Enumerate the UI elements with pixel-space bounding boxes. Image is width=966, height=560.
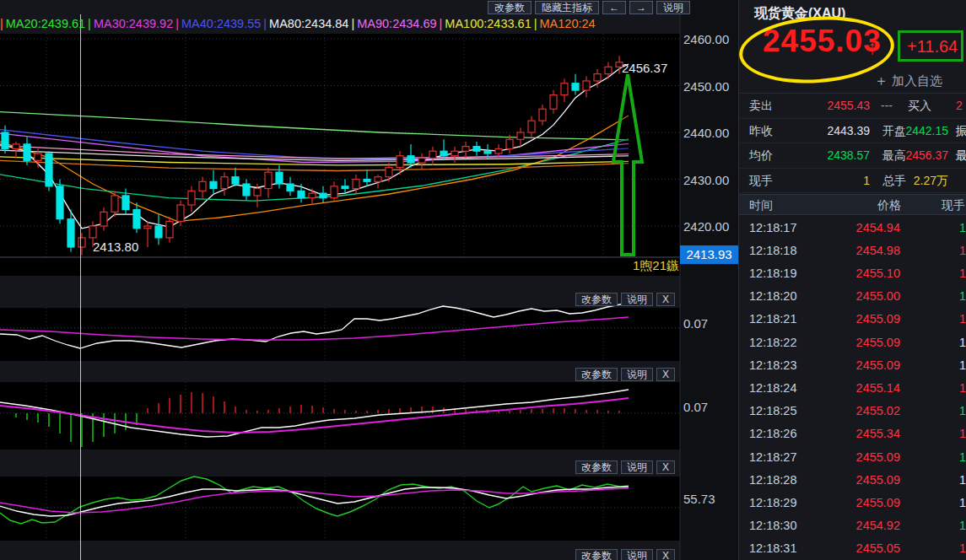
candle-body xyxy=(24,144,30,160)
sub-button-1[interactable]: 说明 xyxy=(621,549,653,560)
axis-tick-label: 2460.00 xyxy=(683,32,736,46)
time-sales-list: 12:18:172454.94112:18:182454.98112:18:19… xyxy=(739,216,966,560)
ma-separator: | xyxy=(175,17,179,30)
candle-body xyxy=(506,139,513,148)
ma-label-0: MA20:2439.61 xyxy=(6,17,85,30)
candle-body xyxy=(254,189,261,196)
sub4-header: 改参数说明X xyxy=(575,549,675,560)
candle-body xyxy=(462,147,469,152)
sub-button-0[interactable]: 改参数 xyxy=(575,368,618,381)
candle-body xyxy=(188,191,195,205)
candle-body xyxy=(265,172,272,188)
tape-row: 12:18:242455.141 xyxy=(739,376,966,399)
candle-body xyxy=(57,186,63,219)
quote-row: 均价2438.57最高2456.37最 xyxy=(739,143,966,169)
candle-body xyxy=(594,74,601,81)
sub-button-0[interactable]: 改参数 xyxy=(575,460,618,474)
candle-body xyxy=(550,95,557,110)
instrument-title: 现货黄金(XAU) xyxy=(754,5,845,23)
candle-body xyxy=(473,147,480,152)
tape-row: 12:18:222455.091 xyxy=(739,331,966,353)
ma-label-1: MA30:2439.92 xyxy=(94,17,173,30)
ma-separator: | xyxy=(440,17,443,30)
candle-body xyxy=(528,121,535,132)
high-price-label: 2456.37 xyxy=(622,61,667,75)
sub-close-button[interactable]: X xyxy=(656,460,675,474)
candle-body xyxy=(100,212,107,226)
chart-region: 改参数隐藏主指标←→说明 |MA20:2439.61|MA30:2439.92|… xyxy=(0,0,738,560)
candle-body xyxy=(287,184,294,191)
ma-label-4: MA90:2434.69 xyxy=(357,17,436,30)
axis-tick-label: 2450.00 xyxy=(683,79,736,94)
sub-close-button[interactable]: X xyxy=(656,368,675,381)
trading-terminal: 改参数隐藏主指标←→说明 |MA20:2439.61|MA30:2439.92|… xyxy=(0,0,966,560)
sub1-header: 改参数说明X xyxy=(575,293,675,306)
candle-body xyxy=(375,177,381,182)
candle-body xyxy=(144,226,151,229)
candle-body xyxy=(429,151,436,158)
tape-row: 12:18:192455.101 xyxy=(739,261,966,284)
sub-button-0[interactable]: 改参数 xyxy=(575,293,618,306)
candle-body xyxy=(561,83,568,95)
quote-summary: 卖出2455.43---买入2昨收2443.39开盘2442.15振均价2438… xyxy=(739,93,966,193)
quote-panel: 现货黄金(XAU) 2455.03 ↑ +11.64 ＋加入自选 卖出2455.… xyxy=(738,0,966,560)
sub-close-button[interactable]: X xyxy=(656,293,675,306)
candle-body xyxy=(276,172,283,184)
candle-body xyxy=(221,177,228,189)
toolbar-button-2[interactable]: ← xyxy=(602,1,626,14)
toolbar-button-3[interactable]: → xyxy=(629,1,653,14)
sub-button-1[interactable]: 说明 xyxy=(621,293,653,306)
tape-row: 12:18:282455.091 xyxy=(739,468,966,491)
candle-body xyxy=(320,193,326,198)
ma-separator: | xyxy=(351,17,354,30)
candle-body xyxy=(133,210,140,229)
add-watchlist-button[interactable]: ＋加入自选 xyxy=(874,71,942,90)
candle-body xyxy=(605,67,612,73)
ma-separator: | xyxy=(263,17,267,30)
candle-body xyxy=(177,205,184,221)
sub-close-button[interactable]: X xyxy=(656,549,675,560)
toolbar-button-4[interactable]: 说明 xyxy=(656,1,690,14)
candle-body xyxy=(78,238,85,247)
tape-row: 12:18:312455.051 xyxy=(739,537,966,560)
candle-body xyxy=(232,177,239,184)
sub1-value: 0.07 xyxy=(683,316,736,331)
quote-row: 现手1总手2.27万 xyxy=(739,169,966,194)
candle-body xyxy=(517,132,524,139)
sub3-header: 改参数说明X xyxy=(575,460,675,474)
candle-body xyxy=(111,196,118,212)
axis-tick-label: 2440.00 xyxy=(683,126,736,140)
price-change: +11.64 xyxy=(907,37,958,57)
candle-body xyxy=(451,151,458,156)
sub-button-0[interactable]: 改参数 xyxy=(575,549,618,560)
candle-body xyxy=(89,226,96,238)
ma-label-5: MA100:2433.61 xyxy=(445,17,531,30)
candle-body xyxy=(397,156,403,168)
ma-separator: | xyxy=(534,17,537,30)
tape-header: 时间价格现手 xyxy=(739,194,966,215)
candle-body xyxy=(46,153,52,186)
axis-tick-label: 2420.00 xyxy=(683,219,736,234)
sub-button-1[interactable]: 说明 xyxy=(621,460,653,474)
current-price-tag: 2413.93 xyxy=(680,245,738,264)
candle-body xyxy=(440,151,447,156)
plus-icon: ＋ xyxy=(874,73,888,89)
axis-tick-label: 2430.00 xyxy=(683,173,736,187)
ma-separator: | xyxy=(88,17,91,30)
candle-body xyxy=(199,181,206,191)
toolbar-button-0[interactable]: 改参数 xyxy=(488,1,532,14)
sub-button-1[interactable]: 说明 xyxy=(621,368,653,381)
ma-indicator-bar: |MA20:2439.61|MA30:2439.92|MA40:2439.55|… xyxy=(0,14,680,34)
price-up-arrow-icon: ↑ xyxy=(867,35,877,59)
tape-row: 12:18:182454.981 xyxy=(739,239,966,261)
tape-row: 12:18:232455.091 xyxy=(739,353,966,376)
tape-row: 12:18:212455.091 xyxy=(739,308,966,331)
toolbar-button-1[interactable]: 隐藏主指标 xyxy=(535,1,599,14)
ma-label-2: MA40:2439.55 xyxy=(181,17,261,30)
last-price: 2455.03 xyxy=(763,24,882,59)
candle-body xyxy=(583,81,590,90)
sub2-header: 改参数说明X xyxy=(575,368,675,381)
candle-countdown-label: 1煦21鏃 xyxy=(591,258,679,274)
candle-body xyxy=(243,184,250,196)
tape-row: 12:18:172454.941 xyxy=(739,216,966,239)
